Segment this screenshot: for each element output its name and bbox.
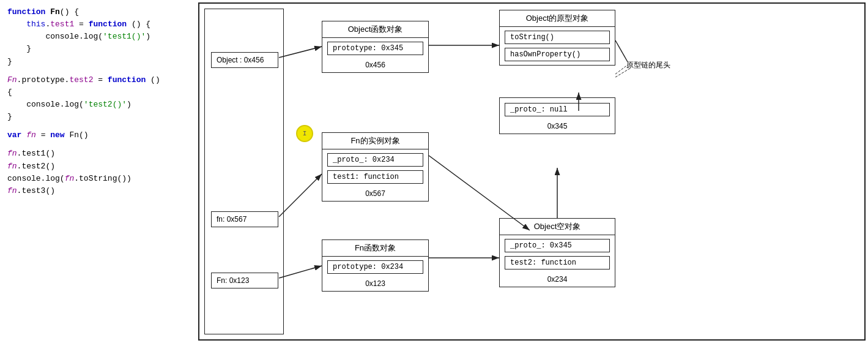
code-text: .prototype. (17, 75, 70, 85)
object-fn-prototype-row: prototype: 0x345 (327, 42, 423, 55)
keyword-function2: function (89, 20, 127, 29)
object-fn-addr: 0x456 (322, 59, 428, 72)
code-line-8: console.log('test2()') (7, 99, 188, 111)
object-null-proto-row: _proto_: null (505, 103, 610, 116)
object-null-proto-addr: 0x345 (500, 120, 615, 134)
code-line-11: fn.test1() (7, 148, 188, 160)
code-line-1: function Fn() { (7, 6, 188, 18)
var-fn-3: fn (7, 162, 17, 171)
keyword-var: var (7, 130, 21, 140)
code-line-5: } (7, 56, 188, 68)
keyword-this: this (26, 20, 45, 29)
fn-instance-proto-row: _proto_: 0x234 (327, 153, 423, 167)
code-line-3: console.log('test1()') (7, 31, 188, 43)
object-null-proto-box: _proto_: null 0x345 (499, 97, 615, 134)
code-line-10: var fn = new Fn() (7, 129, 188, 141)
keyword-new: new (50, 130, 64, 140)
var-fn: fn (26, 130, 36, 140)
svg-line-5 (615, 65, 628, 74)
var-fn-5: fn (7, 186, 17, 195)
svg-line-2 (279, 47, 322, 58)
code-text: = (41, 130, 51, 140)
code-text: Fn() (69, 130, 88, 140)
fn-fn-title: Fn函数对象 (322, 240, 428, 257)
object-proto-box: Object的原型对象 toString() hasOwnProperty() (499, 10, 615, 66)
object-proto-title: Object的原型对象 (500, 10, 615, 27)
diagram-panel: I Object : 0x456 fn: 0x567 Fn: 0x123 Obj… (198, 2, 866, 341)
code-text: = (74, 20, 88, 29)
code-text: Fn() { (50, 7, 79, 17)
string-test2: 'test2()' (84, 100, 127, 109)
cursor-indicator: I (296, 125, 313, 142)
code-line-12: fn.test2() (7, 160, 188, 173)
prop-test1: test1 (50, 20, 74, 29)
left-column-box: Object : 0x456 fn: 0x567 Fn: 0x123 (204, 9, 284, 334)
object-fn-box: Object函数对象 prototype: 0x345 0x456 (322, 21, 429, 73)
proto-chain-annotation: 原型链的尾头 (626, 60, 670, 70)
object-empty-proto-row: _proto_: 0x345 (505, 239, 610, 252)
object-fn-title: Object函数对象 (322, 21, 428, 38)
code-text: .test3() (17, 186, 55, 195)
code-text: .test2() (17, 162, 55, 171)
fn-fn-prototype-row: prototype: 0x234 (327, 260, 423, 274)
fn-fn-addr: 0x123 (322, 277, 428, 291)
fn-name-italic: Fn (7, 75, 17, 85)
code-text: () { (127, 20, 150, 29)
code-text: console.log( (7, 174, 65, 183)
code-line-13: console.log(fn.toString()) (7, 173, 188, 185)
fn-instance-addr: 0x567 (322, 187, 428, 201)
svg-line-7 (279, 174, 322, 217)
fn-instance-box: Fn的实例对象 _proto_: 0x234 test1: function 0… (322, 132, 429, 202)
svg-line-4 (615, 40, 628, 62)
object-empty-title: Object空对象 (500, 219, 615, 235)
object-proto-tostring-row: toString() (505, 31, 610, 44)
code-text: .test1() (17, 149, 55, 158)
code-text: = (93, 75, 107, 85)
code-line-9: } (7, 111, 188, 123)
keyword-function3: function (108, 75, 146, 85)
object-ref-item: Object : 0x456 (211, 52, 278, 68)
fn-instance-test1-row: test1: function (327, 170, 423, 184)
object-empty-test2-row: test2: function (505, 256, 610, 270)
var-fn-2: fn (7, 149, 17, 158)
code-line-2: this.test1 = function () { (7, 18, 188, 31)
object-proto-hasown-row: hasOwnProperty() (505, 48, 610, 61)
prop-test2: test2 (69, 75, 93, 85)
code-line-14: fn.test3() (7, 185, 188, 197)
fn-ref-item: fn: 0x567 (211, 211, 278, 227)
object-empty-box: Object空对象 _proto_: 0x345 test2: function… (499, 218, 615, 287)
code-line-6: Fn.prototype.test2 = function () (7, 74, 188, 86)
object-empty-addr: 0x234 (500, 273, 615, 287)
code-panel: function Fn() { this.test1 = function ()… (0, 0, 196, 343)
var-fn-4: fn (65, 174, 75, 183)
fn-fn-box: Fn函数对象 prototype: 0x234 0x123 (322, 239, 429, 292)
code-line-4: } (7, 43, 188, 55)
keyword-function: function (7, 7, 45, 17)
string-test1: 'test1()' (103, 32, 146, 41)
code-text: () (146, 75, 160, 85)
fn-constructor-item: Fn: 0x123 (211, 273, 278, 288)
fn-instance-title: Fn的实例对象 (322, 133, 428, 149)
svg-line-9 (279, 266, 322, 278)
code-text: .toString()) (74, 174, 132, 183)
code-line-7: { (7, 86, 188, 99)
